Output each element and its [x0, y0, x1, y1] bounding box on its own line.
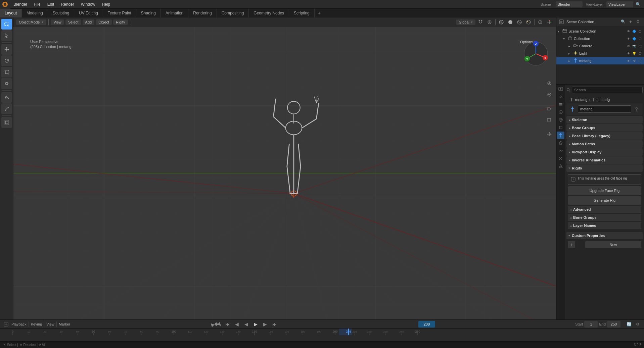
light-restrict-render2[interactable]: ⬡ [637, 51, 643, 56]
play-reverse-button[interactable]: ◀ [243, 320, 250, 328]
jump-end-button[interactable]: ⏭ [271, 320, 278, 328]
outliner-settings-icon[interactable]: ⚙ [635, 18, 641, 25]
proportional-edit-icon[interactable] [486, 18, 494, 26]
menu-file[interactable]: File [31, 0, 44, 9]
metarig-restrict-render[interactable]: 👁 [626, 58, 631, 63]
rigify-menu[interactable]: Rigify [113, 19, 128, 25]
properties-search-input[interactable] [572, 87, 643, 93]
section-motion-paths-header[interactable]: ▸ Motion Paths [566, 140, 643, 148]
collection-restrict-render2[interactable]: ⬡ [637, 36, 643, 41]
tab-animation[interactable]: Animation [161, 9, 188, 17]
marker-menu[interactable]: Marker [59, 322, 70, 326]
metarig-restrict-render2[interactable]: ⬡ [637, 58, 643, 63]
solid-shading-icon[interactable] [506, 18, 514, 26]
tab-uv-editing[interactable]: UV Editing [74, 9, 103, 17]
menu-edit[interactable]: Edit [44, 0, 58, 9]
tool-measure[interactable] [1, 103, 12, 114]
section-skeleton-header[interactable]: ▸ Skeleton [566, 116, 643, 123]
wireframe-icon[interactable] [497, 18, 505, 26]
prop-tab-render[interactable] [557, 85, 564, 93]
tab-scripting[interactable]: Scripting [289, 9, 315, 17]
add-menu[interactable]: Add [83, 19, 95, 25]
upgrade-face-rig-button[interactable]: Upgrade Face Rig [568, 186, 641, 195]
overlays-icon[interactable] [536, 18, 544, 26]
collection-restrict-render[interactable]: 👁 [626, 36, 631, 41]
metarig-pin-icon[interactable] [633, 106, 640, 112]
tool-transform[interactable] [1, 78, 12, 89]
menu-blender[interactable]: Blender [10, 0, 31, 9]
prop-tab-view-layer[interactable] [557, 101, 564, 108]
light-restrict-viewport[interactable]: 💡 [632, 51, 637, 56]
tab-texture-paint[interactable]: Texture Paint [103, 9, 136, 17]
move-view-button[interactable] [544, 129, 555, 140]
tool-rotate[interactable] [1, 55, 12, 66]
prop-tab-scene[interactable] [557, 108, 564, 116]
section-bone-groups-header[interactable]: ▸ Bone Groups [566, 124, 643, 132]
section-custom-props-header[interactable]: ▾ Custom Properties [566, 232, 643, 239]
prop-tab-world[interactable] [557, 116, 564, 123]
tab-sculpting[interactable]: Sculpting [48, 9, 74, 17]
material-preview-icon[interactable] [515, 18, 523, 26]
view-layer-input[interactable]: ViewLayer [606, 1, 633, 7]
zoom-in-button[interactable] [544, 78, 555, 89]
rendered-icon[interactable] [524, 18, 533, 26]
section-pose-library-header[interactable]: ▸ Pose Library (Legacy) [566, 132, 643, 140]
object-mode-selector[interactable]: Object Mode ▾ [16, 19, 46, 25]
outliner-add-icon[interactable]: + [627, 18, 634, 25]
menu-render[interactable]: Render [57, 0, 77, 9]
next-keyframe-button[interactable]: ▶ [217, 321, 223, 327]
section-layer-names-header[interactable]: ▸ Layer Names [568, 222, 641, 229]
outliner-row-camera[interactable]: ▸ Camera 👁 📷 ⬡ [556, 42, 644, 50]
prop-tab-modifiers[interactable] [557, 139, 564, 147]
sync-icon[interactable]: 🔄 [625, 320, 633, 328]
section-rigify-header[interactable]: ▾ Rigify [566, 164, 643, 172]
gizmos-icon[interactable] [545, 18, 553, 26]
orthographic-button[interactable] [544, 115, 555, 126]
metarig-name-input[interactable] [578, 105, 631, 113]
camera-view-button[interactable] [544, 103, 555, 114]
outliner-filter-icon[interactable]: 🔍 [620, 18, 627, 25]
search-icon[interactable]: 🔍 [635, 2, 641, 7]
metarig-restrict-viewport[interactable] [632, 58, 637, 63]
zoom-out-button[interactable] [544, 89, 555, 100]
tool-scale[interactable] [1, 67, 12, 78]
outliner-row-light[interactable]: ▸ Light 👁 💡 ⬡ [556, 50, 644, 57]
tab-geometry-nodes[interactable]: Geometry Nodes [249, 9, 289, 17]
prop-tab-constraints[interactable] [557, 147, 564, 154]
current-frame-input[interactable] [418, 321, 435, 328]
prop-tab-physics[interactable] [557, 162, 564, 170]
play-button[interactable]: ▶ [252, 320, 260, 328]
playback-menu[interactable]: Playback [11, 322, 27, 326]
select-menu[interactable]: Select [65, 19, 81, 25]
add-custom-prop-icon[interactable]: + [568, 241, 575, 248]
camera-restrict-render[interactable]: 👁 [626, 43, 631, 49]
tab-compositing[interactable]: Compositing [217, 9, 249, 17]
global-selector[interactable]: Global ▾ [456, 19, 475, 25]
keying-menu[interactable]: Keying [31, 322, 42, 326]
menu-help[interactable]: Help [98, 0, 113, 9]
collection-restrict-viewport[interactable]: 🔷 [632, 36, 637, 41]
tab-rendering[interactable]: Rendering [188, 9, 217, 17]
tool-move[interactable] [1, 44, 12, 55]
jump-start-button[interactable]: ⏮ [224, 320, 231, 328]
tool-cursor[interactable] [1, 30, 12, 41]
menu-window[interactable]: Window [78, 0, 99, 9]
end-frame-input[interactable] [607, 321, 620, 328]
prop-tab-particles[interactable] [557, 155, 564, 162]
scene-input[interactable]: Blender [556, 1, 583, 7]
prop-tab-object-data[interactable] [557, 132, 564, 139]
viewport-3d[interactable]: Object Mode ▾ View Select Add Object Rig… [13, 17, 556, 319]
light-restrict-render[interactable]: 👁 [626, 51, 631, 56]
tab-layout[interactable]: Layout [0, 9, 22, 17]
camera-restrict-viewport[interactable]: 📷 [632, 43, 637, 49]
prev-frame-button[interactable]: ◀ [233, 320, 241, 328]
breadcrumb-metarig-1[interactable]: metarig [575, 98, 588, 102]
scene-restrict-render-icon[interactable]: 👁 [626, 29, 631, 34]
object-menu[interactable]: Object [96, 19, 112, 25]
tab-modeling[interactable]: Modeling [22, 9, 48, 17]
breadcrumb-metarig-2[interactable]: metarig [597, 98, 610, 102]
generate-rig-button[interactable]: Generate Rig [568, 196, 641, 205]
tool-add-cube[interactable] [1, 117, 12, 128]
add-workspace-tab[interactable]: + [315, 10, 324, 16]
start-frame-input[interactable] [584, 321, 598, 328]
